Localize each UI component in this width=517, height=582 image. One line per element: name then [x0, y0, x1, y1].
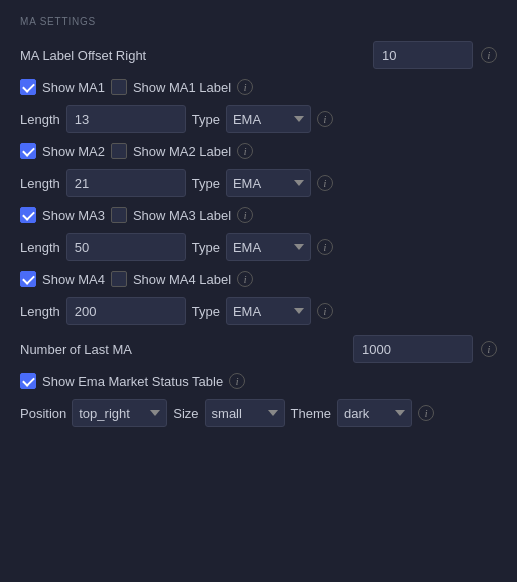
ma1-length-input[interactable]: [66, 105, 186, 133]
ma4-show-checkbox[interactable]: [20, 271, 36, 287]
ma3-type-select[interactable]: EMA SMA WMA VWMA: [226, 233, 311, 261]
ma2-length-input[interactable]: [66, 169, 186, 197]
ma-label-offset-input[interactable]: [373, 41, 473, 69]
ma1-show-info-icon[interactable]: i: [237, 79, 253, 95]
ma4-type-label: Type: [192, 304, 220, 319]
ma3-show-label: Show MA3: [42, 208, 105, 223]
ma1-length-row: Length Type EMA SMA WMA VWMA i: [20, 105, 497, 133]
ma2-type-info-icon[interactable]: i: [317, 175, 333, 191]
last-ma-label: Number of Last MA: [20, 342, 345, 357]
ema-table-checkbox[interactable]: [20, 373, 36, 389]
last-ma-info-icon[interactable]: i: [481, 341, 497, 357]
section-title: MA SETTINGS: [20, 16, 497, 27]
ma2-type-label: Type: [192, 176, 220, 191]
ma1-show-checkbox[interactable]: [20, 79, 36, 95]
size-select[interactable]: small medium large: [205, 399, 285, 427]
ma3-type-label: Type: [192, 240, 220, 255]
ma2-show-label: Show MA2: [42, 144, 105, 159]
ma3-length-row: Length Type EMA SMA WMA VWMA i: [20, 233, 497, 261]
ma4-label-checkbox[interactable]: [111, 271, 127, 287]
ma1-show-row: Show MA1 Show MA1 Label i: [20, 79, 497, 95]
ma4-show-label: Show MA4: [42, 272, 105, 287]
ma3-show-checkbox[interactable]: [20, 207, 36, 223]
ma4-show-info-icon[interactable]: i: [237, 271, 253, 287]
ma-settings-panel: MA SETTINGS MA Label Offset Right i Show…: [0, 0, 517, 453]
ema-table-label: Show Ema Market Status Table: [42, 374, 223, 389]
ma3-show-row: Show MA3 Show MA3 Label i: [20, 207, 497, 223]
ma-label-offset-info-icon[interactable]: i: [481, 47, 497, 63]
ma3-label-label: Show MA3 Label: [133, 208, 231, 223]
ma1-show-label: Show MA1: [42, 80, 105, 95]
ma2-length-row: Length Type EMA SMA WMA VWMA i: [20, 169, 497, 197]
ma-label-offset-row: MA Label Offset Right i: [20, 41, 497, 69]
position-size-theme-row: Position top_right top_left bottom_right…: [20, 399, 497, 427]
size-label: Size: [173, 406, 198, 421]
ma1-type-info-icon[interactable]: i: [317, 111, 333, 127]
ma2-show-row: Show MA2 Show MA2 Label i: [20, 143, 497, 159]
ma2-type-select[interactable]: EMA SMA WMA VWMA: [226, 169, 311, 197]
ma1-type-select[interactable]: EMA SMA WMA VWMA: [226, 105, 311, 133]
theme-label: Theme: [291, 406, 331, 421]
ma2-length-label: Length: [20, 176, 60, 191]
ma3-show-info-icon[interactable]: i: [237, 207, 253, 223]
ema-table-info-icon[interactable]: i: [229, 373, 245, 389]
ma3-type-info-icon[interactable]: i: [317, 239, 333, 255]
ma4-type-select[interactable]: EMA SMA WMA VWMA: [226, 297, 311, 325]
position-label: Position: [20, 406, 66, 421]
last-ma-row: Number of Last MA i: [20, 335, 497, 363]
ma1-type-label: Type: [192, 112, 220, 127]
position-select[interactable]: top_right top_left bottom_right bottom_l…: [72, 399, 167, 427]
ma3-label-checkbox[interactable]: [111, 207, 127, 223]
ma2-show-info-icon[interactable]: i: [237, 143, 253, 159]
ma4-type-info-icon[interactable]: i: [317, 303, 333, 319]
ma3-length-label: Length: [20, 240, 60, 255]
ema-table-row: Show Ema Market Status Table i: [20, 373, 497, 389]
ma4-length-input[interactable]: [66, 297, 186, 325]
ma2-label-label: Show MA2 Label: [133, 144, 231, 159]
ma1-label-label: Show MA1 Label: [133, 80, 231, 95]
ma2-show-checkbox[interactable]: [20, 143, 36, 159]
last-ma-input[interactable]: [353, 335, 473, 363]
ma3-length-input[interactable]: [66, 233, 186, 261]
ma1-length-label: Length: [20, 112, 60, 127]
ma4-length-label: Length: [20, 304, 60, 319]
ma4-length-row: Length Type EMA SMA WMA VWMA i: [20, 297, 497, 325]
ma-label-offset-label: MA Label Offset Right: [20, 48, 365, 63]
theme-info-icon[interactable]: i: [418, 405, 434, 421]
ma2-label-checkbox[interactable]: [111, 143, 127, 159]
ma4-label-label: Show MA4 Label: [133, 272, 231, 287]
ma1-label-checkbox[interactable]: [111, 79, 127, 95]
theme-select[interactable]: dark light: [337, 399, 412, 427]
ma4-show-row: Show MA4 Show MA4 Label i: [20, 271, 497, 287]
